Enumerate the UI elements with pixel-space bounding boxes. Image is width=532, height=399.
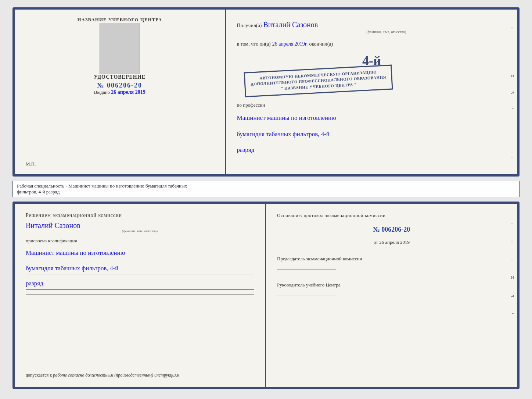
prisvoena-label: присвоена квалификация xyxy=(26,238,254,244)
fio-handwritten-bottom: Виталий Сазонов xyxy=(26,221,254,230)
ot-date-value: 26 апреля 2019 xyxy=(379,239,410,245)
stamp-block: 4-й АВТОНОМНУЮ НЕКОММЕРЧЕСКУЮ ОРГАНИЗАЦИ… xyxy=(237,53,506,93)
po-professii-label: по профессии xyxy=(237,102,506,108)
dopuskaetsya-label: допускается к xyxy=(26,373,52,378)
mp-label: М.П. xyxy=(26,161,36,167)
cert-number-top: № 006206-20 xyxy=(94,82,145,89)
poluchil-line: Получил(а) Виталий Сазонов – xyxy=(237,21,506,29)
profession-line2: бумагидля табачных фильтров, 4-й xyxy=(237,129,506,140)
qualification-line3: разряд xyxy=(26,278,254,290)
cert-top-right: Получил(а) Виталий Сазонов – (фамилия, и… xyxy=(226,10,517,174)
fio-handwritten-top: Виталий Сазонов xyxy=(263,21,318,29)
rukovoditel-signature-line xyxy=(277,296,336,296)
osnovaniye-label: Основание: протокол экзаменационной коми… xyxy=(277,213,506,218)
cert-bottom-left: Решением экзаменационной комиссии Витали… xyxy=(15,204,266,387)
bottom-certificate: Решением экзаменационной комиссии Витали… xyxy=(12,202,520,389)
middle-label-underline: фильтров, 4-й разряд xyxy=(17,189,60,195)
rukovoditel-block: Руководитель учебного Центра xyxy=(277,282,506,296)
poluchil-label: Получил(а) xyxy=(237,23,262,29)
ot-date-block: от 26 апреля 2019 xyxy=(277,239,506,245)
fio-sub-top: (фамилия, имя, отчество) xyxy=(266,30,506,34)
top-certificate: НАЗВАНИЕ УЧЕБНОГО ЦЕНТРА УДОСТОВЕРЕНИЕ №… xyxy=(12,7,520,177)
rukovoditel-label: Руководитель учебного Центра xyxy=(277,282,506,288)
predsedatel-signature-line xyxy=(277,270,336,270)
resheniem-label: Решением экзаменационной комиссии xyxy=(26,213,254,218)
vtom-label: в том, что он(а) xyxy=(237,41,271,47)
protocol-number-value: № 006206-20 xyxy=(373,226,410,233)
profession-line3: разряд xyxy=(237,145,506,156)
dopuskaetsya-block: допускается к работе согласно должностны… xyxy=(26,373,254,378)
vydano-label: Выдано xyxy=(94,89,110,95)
bottom-hr xyxy=(26,294,254,295)
middle-label-text: Рабочая специальность - Машинист машины … xyxy=(17,183,187,189)
cert-top-left: НАЗВАНИЕ УЧЕБНОГО ЦЕНТРА УДОСТОВЕРЕНИЕ №… xyxy=(15,10,226,174)
photo-placeholder xyxy=(100,23,140,74)
vydano-date: 26 апреля 2019 xyxy=(111,89,145,95)
udostoverenie-block: УДОСТОВЕРЕНИЕ № 006206-20 xyxy=(94,74,145,89)
stamp-rect: АВТОНОМНУЮ НЕКОММЕРЧЕСКУЮ ОРГАНИЗАЦИЮ ДО… xyxy=(244,64,393,97)
org-name-label: НАЗВАНИЕ УЧЕБНОГО ЦЕНТРА xyxy=(78,17,162,23)
ot-label: от xyxy=(374,239,378,245)
cert-bottom-right: Основание: протокол экзаменационной коми… xyxy=(266,204,517,387)
predsedatel-block: Председатель экзаменационной комиссии xyxy=(277,256,506,270)
qualification-line1: Машинист машины по изготовлению xyxy=(26,247,254,259)
vtom-line: в том, что он(а) 26 апреля 2019г. окончи… xyxy=(237,41,506,47)
okonchil-label: окончил(а) xyxy=(309,41,333,47)
right-dashes-top: – – – И ,а ← – – – xyxy=(511,10,515,174)
vydano-block: Выдано 26 апреля 2019 xyxy=(94,89,145,95)
fio-sub-bottom: (фамилия, имя, отчество) xyxy=(26,229,254,233)
protocol-number: № 006206-20 xyxy=(277,226,506,234)
dopuskaetsya-italic: работе согласно должностным (производств… xyxy=(53,373,179,378)
fio-name-block-bottom: Виталий Сазонов (фамилия, имя, отчество) xyxy=(26,221,254,233)
predsedatel-label: Председатель экзаменационной комиссии xyxy=(277,256,506,262)
udostoverenie-title: УДОСТОВЕРЕНИЕ xyxy=(94,74,145,80)
vtom-date: 26 апреля 2019г. xyxy=(272,41,308,47)
profession-line1: Машинист машины по изготовлению xyxy=(237,113,506,124)
qualification-line2: бумагидля табачных фильтров, 4-й xyxy=(26,263,254,275)
dash-top: – xyxy=(319,23,322,29)
middle-label: Рабочая специальность - Машинист машины … xyxy=(12,181,520,197)
right-dashes-bottom: – – – И ,а ← – – – xyxy=(511,204,515,387)
